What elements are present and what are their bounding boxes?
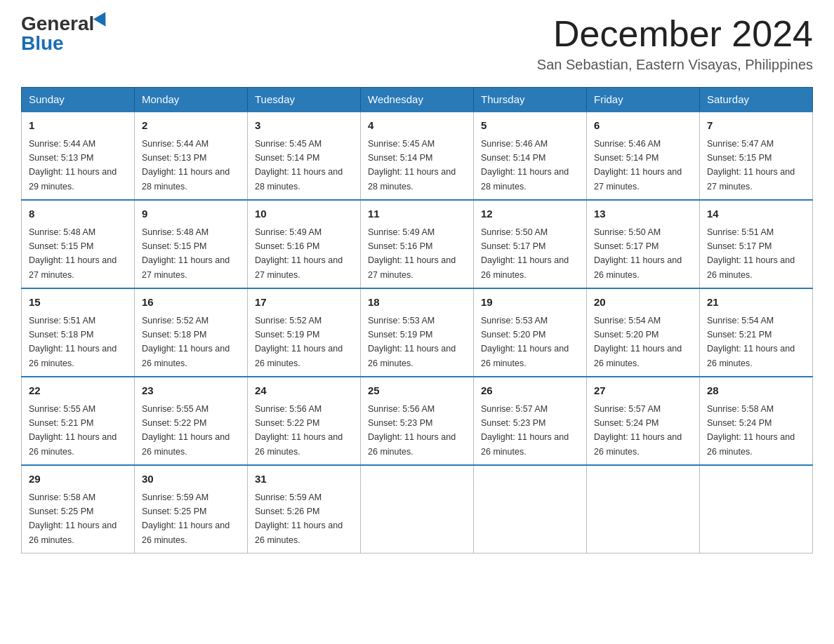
- calendar-cell: [474, 465, 587, 554]
- calendar-cell: 22 Sunrise: 5:55 AMSunset: 5:21 PMDaylig…: [22, 377, 135, 465]
- calendar-cell: 14 Sunrise: 5:51 AMSunset: 5:17 PMDaylig…: [700, 200, 813, 288]
- calendar-cell: 15 Sunrise: 5:51 AMSunset: 5:18 PMDaylig…: [22, 288, 135, 377]
- calendar-week-row: 8 Sunrise: 5:48 AMSunset: 5:15 PMDayligh…: [22, 200, 813, 288]
- day-number: 13: [594, 206, 692, 222]
- day-info: Sunrise: 5:55 AMSunset: 5:22 PMDaylight:…: [142, 404, 230, 457]
- day-info: Sunrise: 5:47 AMSunset: 5:15 PMDaylight:…: [707, 139, 795, 192]
- logo-triangle-icon: [93, 12, 112, 30]
- calendar-week-row: 1 Sunrise: 5:44 AMSunset: 5:13 PMDayligh…: [22, 112, 813, 200]
- calendar-cell: 23 Sunrise: 5:55 AMSunset: 5:22 PMDaylig…: [135, 377, 248, 465]
- day-info: Sunrise: 5:48 AMSunset: 5:15 PMDaylight:…: [142, 227, 230, 280]
- day-number: 5: [481, 118, 579, 134]
- day-number: 19: [481, 295, 579, 311]
- day-info: Sunrise: 5:49 AMSunset: 5:16 PMDaylight:…: [255, 227, 343, 280]
- calendar-week-row: 15 Sunrise: 5:51 AMSunset: 5:18 PMDaylig…: [22, 288, 813, 377]
- day-info: Sunrise: 5:45 AMSunset: 5:14 PMDaylight:…: [255, 139, 343, 192]
- weekday-header-tuesday: Tuesday: [248, 88, 361, 112]
- day-info: Sunrise: 5:52 AMSunset: 5:18 PMDaylight:…: [142, 316, 230, 368]
- day-number: 15: [29, 295, 127, 311]
- day-info: Sunrise: 5:44 AMSunset: 5:13 PMDaylight:…: [142, 139, 230, 192]
- weekday-header-thursday: Thursday: [474, 88, 587, 112]
- weekday-header-wednesday: Wednesday: [361, 88, 474, 112]
- day-info: Sunrise: 5:49 AMSunset: 5:16 PMDaylight:…: [368, 227, 456, 280]
- calendar-cell: 29 Sunrise: 5:58 AMSunset: 5:25 PMDaylig…: [22, 465, 135, 554]
- day-number: 2: [142, 118, 240, 134]
- day-number: 7: [707, 118, 805, 134]
- day-number: 30: [142, 471, 240, 488]
- day-number: 3: [255, 118, 353, 134]
- day-number: 22: [29, 383, 127, 399]
- calendar-cell: 16 Sunrise: 5:52 AMSunset: 5:18 PMDaylig…: [135, 288, 248, 377]
- day-number: 27: [594, 383, 692, 399]
- calendar-cell: 31 Sunrise: 5:59 AMSunset: 5:26 PMDaylig…: [248, 465, 361, 554]
- calendar-cell: 30 Sunrise: 5:59 AMSunset: 5:25 PMDaylig…: [135, 465, 248, 554]
- day-info: Sunrise: 5:56 AMSunset: 5:22 PMDaylight:…: [255, 404, 343, 457]
- calendar-cell: 4 Sunrise: 5:45 AMSunset: 5:14 PMDayligh…: [361, 112, 474, 200]
- calendar-cell: 28 Sunrise: 5:58 AMSunset: 5:24 PMDaylig…: [700, 377, 813, 465]
- calendar-cell: [700, 465, 813, 554]
- day-number: 31: [255, 471, 353, 488]
- calendar-cell: 27 Sunrise: 5:57 AMSunset: 5:24 PMDaylig…: [587, 377, 700, 465]
- day-info: Sunrise: 5:56 AMSunset: 5:23 PMDaylight:…: [368, 404, 456, 457]
- calendar-cell: 5 Sunrise: 5:46 AMSunset: 5:14 PMDayligh…: [474, 112, 587, 200]
- day-number: 20: [594, 295, 692, 311]
- day-info: Sunrise: 5:46 AMSunset: 5:14 PMDaylight:…: [594, 139, 682, 192]
- day-number: 9: [142, 206, 240, 222]
- day-number: 29: [29, 471, 127, 488]
- day-info: Sunrise: 5:48 AMSunset: 5:15 PMDaylight:…: [29, 227, 117, 280]
- calendar-cell: 10 Sunrise: 5:49 AMSunset: 5:16 PMDaylig…: [248, 200, 361, 288]
- calendar-cell: 3 Sunrise: 5:45 AMSunset: 5:14 PMDayligh…: [248, 112, 361, 200]
- day-number: 4: [368, 118, 466, 134]
- weekday-header-friday: Friday: [587, 88, 700, 112]
- day-info: Sunrise: 5:58 AMSunset: 5:25 PMDaylight:…: [29, 492, 117, 545]
- day-number: 24: [255, 383, 353, 399]
- location-subtitle: San Sebastian, Eastern Visayas, Philippi…: [537, 57, 813, 73]
- calendar-cell: 1 Sunrise: 5:44 AMSunset: 5:13 PMDayligh…: [22, 112, 135, 200]
- day-info: Sunrise: 5:54 AMSunset: 5:20 PMDaylight:…: [594, 316, 682, 368]
- calendar-table: SundayMondayTuesdayWednesdayThursdayFrid…: [21, 87, 813, 554]
- day-number: 18: [368, 295, 466, 311]
- calendar-cell: 13 Sunrise: 5:50 AMSunset: 5:17 PMDaylig…: [587, 200, 700, 288]
- day-info: Sunrise: 5:57 AMSunset: 5:24 PMDaylight:…: [594, 404, 682, 457]
- logo: General Blue: [21, 14, 110, 53]
- title-section: December 2024 San Sebastian, Eastern Vis…: [537, 14, 813, 73]
- day-number: 16: [142, 295, 240, 311]
- calendar-cell: 11 Sunrise: 5:49 AMSunset: 5:16 PMDaylig…: [361, 200, 474, 288]
- calendar-cell: 2 Sunrise: 5:44 AMSunset: 5:13 PMDayligh…: [135, 112, 248, 200]
- calendar-cell: 9 Sunrise: 5:48 AMSunset: 5:15 PMDayligh…: [135, 200, 248, 288]
- calendar-cell: 18 Sunrise: 5:53 AMSunset: 5:19 PMDaylig…: [361, 288, 474, 377]
- day-number: 8: [29, 206, 127, 222]
- day-info: Sunrise: 5:55 AMSunset: 5:21 PMDaylight:…: [29, 404, 117, 457]
- calendar-cell: 8 Sunrise: 5:48 AMSunset: 5:15 PMDayligh…: [22, 200, 135, 288]
- calendar-cell: 21 Sunrise: 5:54 AMSunset: 5:21 PMDaylig…: [700, 288, 813, 377]
- day-info: Sunrise: 5:59 AMSunset: 5:25 PMDaylight:…: [142, 492, 230, 545]
- calendar-cell: 20 Sunrise: 5:54 AMSunset: 5:20 PMDaylig…: [587, 288, 700, 377]
- calendar-cell: 26 Sunrise: 5:57 AMSunset: 5:23 PMDaylig…: [474, 377, 587, 465]
- month-year-title: December 2024: [537, 14, 813, 54]
- calendar-cell: 7 Sunrise: 5:47 AMSunset: 5:15 PMDayligh…: [700, 112, 813, 200]
- day-number: 11: [368, 206, 466, 222]
- day-number: 25: [368, 383, 466, 399]
- calendar-cell: 19 Sunrise: 5:53 AMSunset: 5:20 PMDaylig…: [474, 288, 587, 377]
- day-info: Sunrise: 5:51 AMSunset: 5:17 PMDaylight:…: [707, 227, 795, 280]
- day-info: Sunrise: 5:58 AMSunset: 5:24 PMDaylight:…: [707, 404, 795, 457]
- day-info: Sunrise: 5:50 AMSunset: 5:17 PMDaylight:…: [481, 227, 569, 280]
- day-number: 23: [142, 383, 240, 399]
- day-number: 1: [29, 118, 127, 134]
- day-info: Sunrise: 5:52 AMSunset: 5:19 PMDaylight:…: [255, 316, 343, 368]
- day-info: Sunrise: 5:53 AMSunset: 5:19 PMDaylight:…: [368, 316, 456, 368]
- day-number: 6: [594, 118, 692, 134]
- day-number: 21: [707, 295, 805, 311]
- day-info: Sunrise: 5:45 AMSunset: 5:14 PMDaylight:…: [368, 139, 456, 192]
- calendar-cell: 6 Sunrise: 5:46 AMSunset: 5:14 PMDayligh…: [587, 112, 700, 200]
- day-info: Sunrise: 5:59 AMSunset: 5:26 PMDaylight:…: [255, 492, 343, 545]
- weekday-header-monday: Monday: [135, 88, 248, 112]
- calendar-cell: 25 Sunrise: 5:56 AMSunset: 5:23 PMDaylig…: [361, 377, 474, 465]
- calendar-week-row: 22 Sunrise: 5:55 AMSunset: 5:21 PMDaylig…: [22, 377, 813, 465]
- day-number: 17: [255, 295, 353, 311]
- calendar-cell: [361, 465, 474, 554]
- day-info: Sunrise: 5:51 AMSunset: 5:18 PMDaylight:…: [29, 316, 117, 368]
- calendar-cell: 24 Sunrise: 5:56 AMSunset: 5:22 PMDaylig…: [248, 377, 361, 465]
- day-number: 14: [707, 206, 805, 222]
- calendar-cell: 17 Sunrise: 5:52 AMSunset: 5:19 PMDaylig…: [248, 288, 361, 377]
